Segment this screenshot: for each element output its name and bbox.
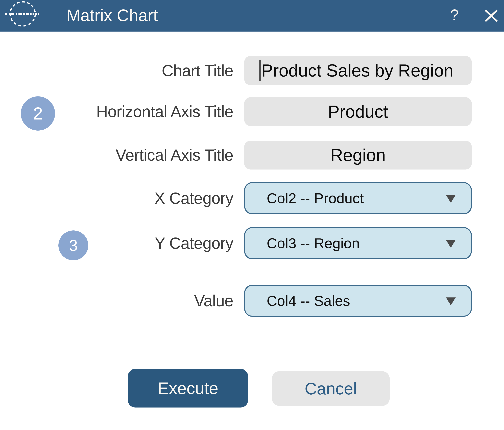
chevron-down-icon [446, 297, 456, 305]
chart-title-field [244, 56, 472, 85]
y-category-selected-value: Col3 -- Region [267, 235, 360, 251]
execute-button[interactable]: Execute [128, 369, 248, 408]
value-row: Value Col4 -- Sales [0, 285, 472, 317]
value-select[interactable]: Col4 -- Sales [244, 285, 472, 317]
annotation-badge-3: 3 [58, 230, 88, 260]
vertical-axis-title-row: Vertical Axis Title [0, 141, 472, 170]
chart-title-input[interactable] [244, 56, 472, 85]
x-category-row: X Category Col2 -- Product [0, 182, 472, 214]
chevron-down-icon [446, 240, 456, 248]
cancel-button[interactable]: Cancel [272, 371, 390, 406]
text-cursor [259, 60, 261, 81]
x-category-field: Col2 -- Product [244, 182, 472, 214]
value-field: Col4 -- Sales [244, 285, 472, 317]
close-button[interactable] [480, 0, 502, 32]
dialog-title: Matrix Chart [66, 0, 158, 32]
horizontal-axis-title-row: Horizontal Axis Title [0, 97, 472, 126]
vertical-axis-title-field [244, 141, 472, 170]
horizontal-axis-title-field [244, 97, 472, 126]
app-logo-icon [4, 1, 40, 29]
annotation-badge-2: 2 [21, 96, 55, 131]
y-category-field: Col3 -- Region [244, 227, 472, 259]
titlebar: Matrix Chart ? [0, 0, 504, 32]
close-icon [484, 9, 498, 22]
chevron-down-icon [446, 195, 456, 203]
help-button[interactable]: ? [444, 0, 465, 32]
chart-title-row: Chart Title [0, 56, 472, 85]
vertical-axis-title-input[interactable] [244, 141, 472, 170]
x-category-label: X Category [154, 189, 233, 207]
horizontal-axis-title-input[interactable] [244, 97, 472, 126]
value-label: Value [194, 292, 233, 310]
value-selected-value: Col4 -- Sales [267, 293, 350, 309]
matrix-chart-dialog: Matrix Chart ? Chart Title Horizontal Ax… [0, 0, 504, 430]
x-category-select[interactable]: Col2 -- Product [244, 182, 472, 214]
chart-title-label: Chart Title [162, 62, 233, 80]
x-category-selected-value: Col2 -- Product [267, 190, 364, 206]
y-category-select[interactable]: Col3 -- Region [244, 227, 472, 259]
horizontal-axis-title-label: Horizontal Axis Title [96, 102, 233, 121]
y-category-label: Y Category [155, 234, 234, 252]
vertical-axis-title-label: Vertical Axis Title [116, 146, 233, 164]
